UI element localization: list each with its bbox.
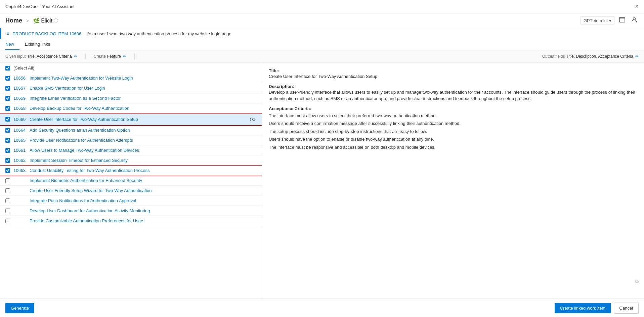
item-title[interactable]: Enable SMS Verification for User Login bbox=[30, 86, 256, 91]
item-title[interactable]: Implement Session Timeout for Enhanced S… bbox=[30, 158, 256, 163]
chevron-down-icon: ▾ bbox=[609, 18, 611, 23]
item-checkbox[interactable] bbox=[5, 178, 10, 183]
ac-item: Users should receive a confirmation mess… bbox=[269, 120, 637, 127]
output-fields-group: Output fields Title, Description, Accept… bbox=[542, 54, 639, 59]
item-checkbox[interactable] bbox=[5, 158, 10, 163]
given-input-value: Title, Acceptance Criteria bbox=[27, 54, 72, 59]
item-title[interactable]: Create User-Friendly Setup Wizard for Tw… bbox=[30, 188, 256, 193]
item-id[interactable]: 10656 bbox=[13, 76, 26, 81]
item-checkbox[interactable] bbox=[5, 219, 10, 223]
item-checkbox[interactable] bbox=[5, 128, 10, 133]
item-id[interactable]: 10663 bbox=[13, 168, 26, 173]
item-title[interactable]: Develop User Dashboard for Authenticatio… bbox=[30, 208, 256, 213]
ac-item: The interface must be responsive and acc… bbox=[269, 144, 637, 151]
list-items-container: 10656Implement Two-Way Authentication fo… bbox=[0, 73, 262, 226]
item-action-btn[interactable]: ⟨⟩» bbox=[249, 116, 256, 123]
info-icon[interactable]: ⓘ bbox=[54, 18, 58, 24]
detail-title-field: Title: Create User Interface for Two-Way… bbox=[269, 68, 637, 80]
settings-icon[interactable] bbox=[618, 15, 627, 26]
list-item[interactable]: 10657Enable SMS Verification for User Lo… bbox=[0, 83, 262, 93]
generate-button[interactable]: Generate bbox=[5, 303, 34, 313]
item-checkbox[interactable] bbox=[5, 117, 10, 122]
item-id[interactable]: 10659 bbox=[13, 96, 26, 101]
detail-ac-label: Acceptance Criteria: bbox=[269, 106, 311, 111]
tabs: New Existing links bbox=[0, 39, 644, 50]
ac-item: The interface must allow users to select… bbox=[269, 112, 637, 119]
list-item[interactable]: 10656Implement Two-Way Authentication fo… bbox=[0, 73, 262, 83]
item-id[interactable]: 10661 bbox=[13, 148, 26, 153]
item-title[interactable]: Implement Biometric Authentication for E… bbox=[30, 178, 256, 183]
item-id[interactable]: 10665 bbox=[13, 138, 26, 143]
item-id[interactable]: 10664 bbox=[13, 128, 26, 133]
given-input-group: Given input Title, Acceptance Criteria ✏ bbox=[5, 54, 77, 59]
list-item[interactable]: Create User-Friendly Setup Wizard for Tw… bbox=[0, 186, 262, 196]
item-title[interactable]: Integrate Email Verification as a Second… bbox=[30, 96, 256, 101]
create-label: Create bbox=[94, 54, 106, 59]
item-id[interactable]: 10662 bbox=[13, 158, 26, 163]
list-item[interactable]: Provide Customizable Authentication Pref… bbox=[0, 216, 262, 226]
close-button[interactable]: × bbox=[635, 3, 639, 10]
list-item[interactable]: Integrate Push Notifications for Authent… bbox=[0, 196, 262, 206]
item-checkbox[interactable] bbox=[5, 86, 10, 91]
item-checkbox[interactable] bbox=[5, 96, 10, 101]
list-item[interactable]: 10661Allow Users to Manage Two-Way Authe… bbox=[0, 145, 262, 155]
output-fields-value: Title, Description, Acceptance Criteria bbox=[566, 54, 633, 59]
item-checkbox[interactable] bbox=[5, 138, 10, 143]
list-item[interactable]: 10660Create User Interface for Two-Way A… bbox=[0, 114, 262, 125]
item-actions: ⟨⟩» bbox=[249, 116, 256, 123]
detail-ac-field: Acceptance Criteria: The interface must … bbox=[269, 106, 637, 151]
item-checkbox[interactable] bbox=[5, 106, 10, 111]
list-item[interactable]: Implement Biometric Authentication for E… bbox=[0, 176, 262, 186]
item-title[interactable]: Allow Users to Manage Two-Way Authentica… bbox=[30, 148, 256, 153]
given-input-edit-icon[interactable]: ✏ bbox=[74, 54, 77, 59]
ac-item: The setup process should include step-by… bbox=[269, 128, 637, 135]
cancel-button[interactable]: Cancel bbox=[614, 303, 639, 314]
model-label: GPT 4o mini bbox=[584, 18, 608, 23]
copy-icon[interactable]: ⧉ bbox=[635, 279, 639, 284]
create-edit-icon[interactable]: ✏ bbox=[123, 54, 126, 59]
list-item[interactable]: 10662Implement Session Timeout for Enhan… bbox=[0, 155, 262, 166]
work-item-link[interactable]: PRODUCT BACKLOG ITEM 10606 bbox=[12, 31, 81, 36]
tab-new[interactable]: New bbox=[5, 39, 19, 50]
list-item[interactable]: 10664Add Security Questions as an Authen… bbox=[0, 125, 262, 135]
list-item[interactable]: Develop User Dashboard for Authenticatio… bbox=[0, 206, 262, 216]
model-selector[interactable]: GPT 4o mini ▾ bbox=[581, 16, 614, 25]
select-all-checkbox[interactable] bbox=[5, 66, 10, 71]
detail-ac-items: The interface must allow users to select… bbox=[269, 112, 637, 151]
separator-1 bbox=[85, 53, 86, 60]
item-title[interactable]: Create User Interface for Two-Way Authen… bbox=[30, 117, 246, 122]
item-id[interactable]: 10660 bbox=[13, 117, 26, 122]
list-item[interactable]: 10665Provide User Notifications for Auth… bbox=[0, 135, 262, 145]
list-item[interactable]: 10663Conduct Usability Testing for Two-W… bbox=[0, 166, 262, 176]
item-title[interactable]: Add Security Questions as an Authenticat… bbox=[30, 128, 256, 133]
detail-description-field: Description: Develop a user-friendly int… bbox=[269, 84, 637, 102]
item-title[interactable]: Implement Two-Way Authentication for Web… bbox=[30, 76, 256, 81]
given-input-label: Given input bbox=[5, 54, 26, 59]
item-checkbox[interactable] bbox=[5, 148, 10, 153]
item-checkbox[interactable] bbox=[5, 76, 10, 81]
item-title[interactable]: Provide Customizable Authentication Pref… bbox=[30, 218, 256, 223]
item-checkbox[interactable] bbox=[5, 198, 10, 203]
breadcrumb-elicit: 🌿 Elicit ⓘ bbox=[33, 17, 58, 24]
user-icon[interactable] bbox=[630, 15, 639, 26]
create-linked-button[interactable]: Create linked work item bbox=[555, 303, 611, 313]
item-id[interactable]: 10657 bbox=[13, 86, 26, 91]
item-title[interactable]: Conduct Usability Testing for Two-Way Au… bbox=[30, 168, 256, 173]
item-title[interactable]: Integrate Push Notifications for Authent… bbox=[30, 198, 256, 203]
select-all-row: (Select All) bbox=[0, 63, 262, 73]
detail-panel: Title: Create User Interface for Two-Way… bbox=[262, 63, 644, 308]
item-title[interactable]: Provide User Notifications for Authentic… bbox=[30, 138, 256, 143]
item-checkbox[interactable] bbox=[5, 168, 10, 173]
output-fields-edit-icon[interactable]: ✏ bbox=[635, 54, 639, 59]
elicit-icon: 🌿 bbox=[33, 17, 40, 24]
tab-existing-links[interactable]: Existing links bbox=[25, 39, 55, 50]
item-id[interactable]: 10658 bbox=[13, 106, 26, 111]
list-item[interactable]: 10659Integrate Email Verification as a S… bbox=[0, 93, 262, 103]
item-checkbox[interactable] bbox=[5, 209, 10, 213]
item-checkbox[interactable] bbox=[5, 188, 10, 193]
header-actions: GPT 4o mini ▾ bbox=[581, 15, 639, 26]
detail-title-label: Title: bbox=[269, 68, 279, 73]
list-item[interactable]: 10658Develop Backup Codes for Two-Way Au… bbox=[0, 103, 262, 114]
breadcrumb-home[interactable]: Home bbox=[5, 17, 22, 24]
item-title[interactable]: Develop Backup Codes for Two-Way Authent… bbox=[30, 106, 256, 111]
